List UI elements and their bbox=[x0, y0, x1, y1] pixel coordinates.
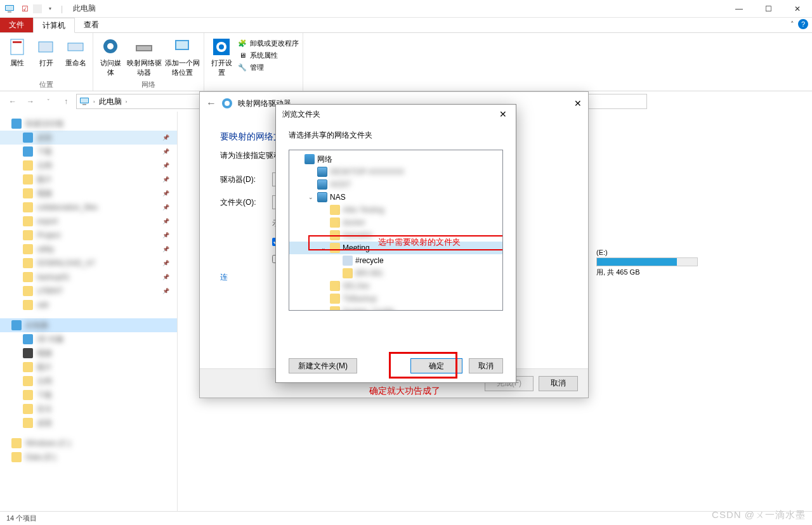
svg-rect-4 bbox=[13, 41, 22, 43]
annotation-text: 确定就大功告成了 bbox=[369, 386, 440, 397]
wizard-close-icon[interactable]: ✕ bbox=[574, 98, 582, 108]
nav-item[interactable]: 3D 对象 bbox=[0, 332, 177, 346]
tree-node-network[interactable]: 网络 bbox=[289, 153, 502, 165]
nav-item[interactable]: 图片 bbox=[0, 172, 177, 186]
nav-forward-icon[interactable]: → bbox=[23, 94, 38, 109]
nav-item[interactable]: 文档 bbox=[0, 159, 177, 172]
nav-item[interactable]: Data (D:) bbox=[0, 450, 177, 464]
svg-point-8 bbox=[107, 43, 114, 49]
properties-button[interactable]: 属性 bbox=[4, 37, 30, 68]
nav-item[interactable]: 下载 bbox=[0, 145, 177, 159]
tree-node[interactable]: Attic-Testing bbox=[289, 204, 502, 216]
nav-item[interactable]: 视频 bbox=[0, 186, 177, 200]
cancel-button[interactable]: 取消 bbox=[539, 376, 578, 391]
tree-node[interactable]: System_Config bbox=[289, 305, 502, 311]
nav-recent-icon[interactable]: ˅ bbox=[41, 94, 56, 109]
tree-node-recycle[interactable]: #recycle bbox=[289, 254, 502, 267]
qat-dropdown-icon[interactable]: ▾ bbox=[43, 2, 57, 16]
nav-item[interactable]: 文档 bbox=[0, 374, 177, 388]
rename-button[interactable]: 重命名 bbox=[62, 37, 89, 68]
app-icon bbox=[3, 2, 16, 16]
nav-item[interactable]: Windows (C:) bbox=[0, 436, 177, 450]
nav-item[interactable]: LFBINT bbox=[0, 284, 177, 298]
nav-item[interactable]: export bbox=[0, 214, 177, 228]
drive-label: (E:) bbox=[596, 249, 698, 256]
tree-node[interactable]: HOST bbox=[289, 178, 502, 191]
nav-item[interactable]: 视频 bbox=[0, 346, 177, 360]
map-drive-button[interactable]: 映射网络驱动器 bbox=[126, 37, 162, 77]
qat-item-icon[interactable] bbox=[33, 4, 42, 13]
nav-item[interactable]: 下载 bbox=[0, 388, 177, 402]
folder-label: 文件夹(O): bbox=[220, 197, 266, 208]
wizard-icon bbox=[221, 98, 233, 109]
svg-rect-5 bbox=[39, 42, 53, 52]
ribbon: 属性 打开 重命名 位置 访问媒体 映射网络驱动器 添加一个网络位置 网络 打开… bbox=[0, 33, 812, 91]
open-settings-button[interactable]: 打开设置 bbox=[208, 37, 235, 77]
open-button[interactable]: 打开 bbox=[33, 37, 60, 68]
tree-node[interactable]: BRI-991 bbox=[289, 267, 502, 280]
nav-item[interactable]: xdir bbox=[0, 298, 177, 312]
svg-rect-6 bbox=[68, 43, 83, 51]
nav-up-icon[interactable]: ↑ bbox=[58, 94, 74, 109]
svg-rect-12 bbox=[176, 41, 188, 49]
add-network-location-button[interactable]: 添加一个网络位置 bbox=[164, 37, 200, 77]
breadcrumb-item[interactable]: 此电脑 bbox=[99, 96, 122, 107]
nav-item[interactable]: 图片 bbox=[0, 360, 177, 374]
tree-node-meeting[interactable]: ⌄Meeting bbox=[289, 242, 502, 254]
nav-item[interactable]: utility bbox=[0, 242, 177, 256]
drive-usage-text: 用, 共 465 GB bbox=[596, 268, 698, 277]
navigation-pane: 快速访问项 桌面 下载 文档 图片 视频 collaboration_files… bbox=[0, 112, 178, 511]
svg-rect-18 bbox=[82, 104, 86, 105]
minimize-button[interactable]: — bbox=[724, 0, 754, 18]
nav-item[interactable]: 音乐 bbox=[0, 402, 177, 416]
svg-rect-1 bbox=[6, 6, 13, 10]
item-count: 14 个项目 bbox=[6, 514, 37, 523]
access-media-button[interactable]: 访问媒体 bbox=[97, 37, 124, 77]
nav-item[interactable]: Project bbox=[0, 228, 177, 242]
ok-button[interactable]: 确定 bbox=[410, 358, 462, 373]
ribbon-collapse-icon[interactable]: ˄ bbox=[790, 20, 794, 29]
uninstall-programs-button[interactable]: 🧩卸载或更改程序 bbox=[237, 38, 299, 48]
svg-point-20 bbox=[225, 101, 230, 106]
qat-checkbox-icon[interactable]: ☑ bbox=[18, 2, 32, 16]
quick-access-toolbar: ☑ ▾ | bbox=[0, 2, 68, 16]
help-icon[interactable]: ? bbox=[798, 19, 808, 29]
tree-node[interactable]: docker bbox=[289, 216, 502, 229]
tab-file[interactable]: 文件 bbox=[0, 18, 33, 32]
nav-back-icon[interactable]: ← bbox=[5, 94, 20, 109]
browse-cancel-button[interactable]: 取消 bbox=[469, 358, 503, 373]
folder-tree[interactable]: 网络 DESKTOP-XXXXXXX HOST ⌄NAS Attic-Testi… bbox=[289, 150, 503, 311]
chevron-right-icon: › bbox=[126, 99, 128, 105]
nav-item[interactable]: 桌面 bbox=[0, 416, 177, 430]
close-button[interactable]: ✕ bbox=[783, 0, 812, 18]
tree-node[interactable]: HomeKit bbox=[289, 229, 502, 242]
tree-node[interactable]: SELSec bbox=[289, 280, 502, 292]
tree-node[interactable]: TbBackup bbox=[289, 292, 502, 305]
new-folder-button[interactable]: 新建文件夹(M) bbox=[289, 358, 357, 373]
svg-rect-17 bbox=[81, 98, 88, 103]
system-properties-button[interactable]: 🖥系统属性 bbox=[237, 50, 299, 60]
group-network-label: 网络 bbox=[97, 79, 200, 91]
manage-button[interactable]: 🔧管理 bbox=[237, 62, 299, 72]
svg-point-15 bbox=[219, 44, 224, 49]
nav-item[interactable]: DOWNLOAD_A7 bbox=[0, 256, 177, 270]
wizard-back-icon[interactable]: ← bbox=[206, 98, 216, 109]
window-title: 此电脑 bbox=[73, 3, 96, 14]
ribbon-tabs: 文件 计算机 查看 ˄ ? bbox=[0, 18, 812, 33]
drive-label: 驱动器(D): bbox=[220, 174, 266, 185]
tab-view[interactable]: 查看 bbox=[75, 18, 108, 32]
browse-folder-dialog: 浏览文件夹 ✕ 请选择共享的网络文件夹 网络 DESKTOP-XXXXXXX H… bbox=[275, 104, 516, 383]
nav-item[interactable]: 桌面 bbox=[0, 131, 177, 145]
nav-item[interactable]: collaboration_files bbox=[0, 200, 177, 214]
nav-item[interactable]: backup01 bbox=[0, 270, 177, 284]
group-system-label bbox=[208, 81, 299, 91]
maximize-button[interactable]: ☐ bbox=[754, 0, 783, 18]
tree-node[interactable]: DESKTOP-XXXXXXX bbox=[289, 165, 502, 178]
browse-close-icon[interactable]: ✕ bbox=[497, 108, 509, 120]
nav-item-this-pc[interactable]: 此电脑 bbox=[0, 318, 177, 332]
svg-rect-2 bbox=[8, 11, 11, 13]
tree-node-nas[interactable]: ⌄NAS bbox=[289, 191, 502, 204]
nav-item[interactable]: 快速访问项 bbox=[0, 117, 177, 131]
separator: | bbox=[61, 4, 63, 13]
tab-computer[interactable]: 计算机 bbox=[33, 18, 75, 33]
